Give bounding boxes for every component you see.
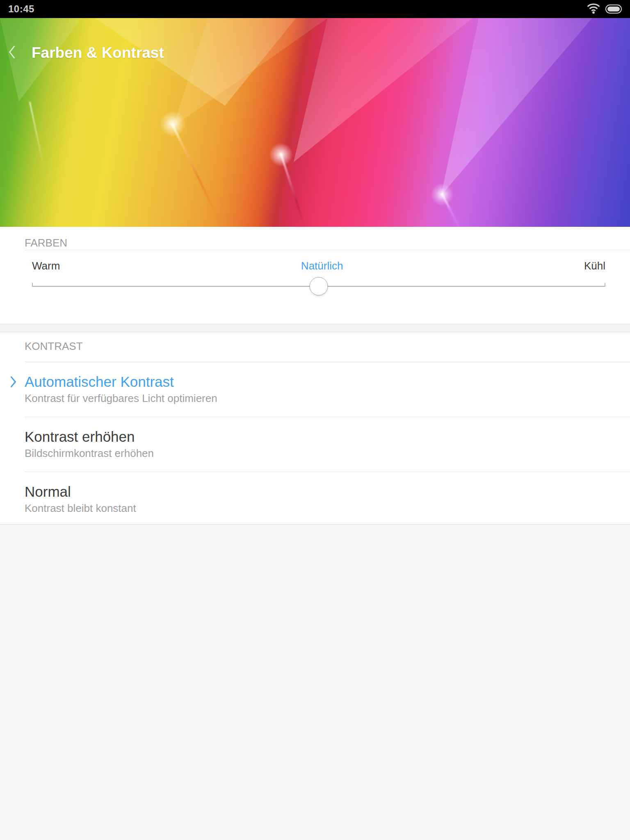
wallpaper-glint bbox=[160, 111, 186, 137]
status-bar: 10:45 bbox=[0, 0, 630, 18]
slider-label-warm: Warm bbox=[32, 260, 60, 272]
list-item-kontrast-erhoehen[interactable]: Kontrast erhöhen Bildschirmkontrast erhö… bbox=[0, 417, 630, 472]
color-slider-labels: Warm Natürlich Kühl bbox=[32, 259, 605, 273]
item-subtitle: Kontrast für verfügbares Licht optimiere… bbox=[25, 391, 605, 406]
section-separator bbox=[0, 324, 630, 332]
clock-text: 10:45 bbox=[8, 3, 34, 15]
item-subtitle: Bildschirmkontrast erhöhen bbox=[25, 446, 605, 461]
wallpaper-glint bbox=[269, 143, 293, 167]
wifi-icon bbox=[587, 3, 600, 16]
wallpaper-seam bbox=[280, 153, 307, 227]
slider-label-kuehl: Kühl bbox=[584, 260, 605, 272]
item-title: Automatischer Kontrast bbox=[25, 373, 605, 391]
kontrast-section-label: KONTRAST bbox=[25, 332, 630, 362]
item-title: Kontrast erhöhen bbox=[25, 428, 605, 446]
item-title: Normal bbox=[25, 483, 605, 501]
farben-section-label: FARBEN bbox=[25, 227, 630, 250]
selected-indicator-chevron-icon bbox=[9, 376, 17, 390]
wallpaper-seam bbox=[29, 102, 45, 170]
color-temperature-slider[interactable] bbox=[32, 273, 605, 300]
battery-icon bbox=[605, 5, 622, 14]
page-title: Farben & Kontrast bbox=[32, 44, 164, 62]
wallpaper-seam bbox=[171, 124, 220, 221]
back-button[interactable] bbox=[0, 43, 24, 63]
header-wallpaper: Farben & Kontrast bbox=[0, 18, 630, 227]
battery-fill bbox=[607, 7, 620, 11]
kontrast-section: KONTRAST Automatischer Kontrast Kontrast… bbox=[0, 332, 630, 524]
farben-section: FARBEN Warm Natürlich Kühl bbox=[0, 227, 630, 324]
list-item-normal[interactable]: Normal Kontrast bleibt konstant bbox=[0, 472, 630, 527]
wallpaper-seam bbox=[441, 193, 463, 227]
list-item-automatischer-kontrast[interactable]: Automatischer Kontrast Kontrast für verf… bbox=[0, 362, 630, 417]
slider-thumb[interactable] bbox=[310, 277, 328, 296]
back-chevron-icon bbox=[7, 45, 16, 61]
item-subtitle: Kontrast bleibt konstant bbox=[25, 501, 605, 516]
wallpaper-glint bbox=[431, 183, 454, 206]
divider bbox=[25, 250, 630, 250]
slider-label-natuerlich: Natürlich bbox=[301, 260, 343, 272]
page-background bbox=[0, 524, 630, 840]
title-bar: Farben & Kontrast bbox=[0, 43, 630, 63]
status-icons bbox=[587, 3, 622, 16]
